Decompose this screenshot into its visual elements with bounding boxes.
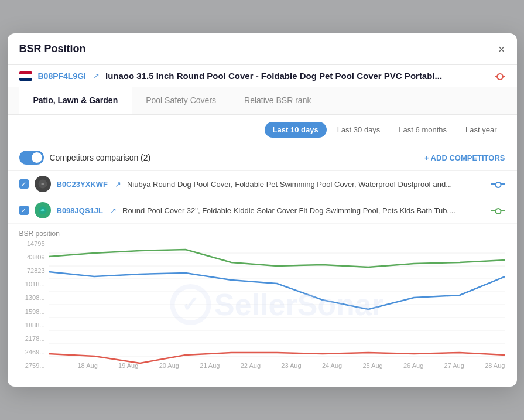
x-label-7: 24 Aug [322,362,342,369]
product-line-indicator [495,76,505,77]
product-title: Iunaoo 31.5 Inch Round Pool Cover - Fold… [105,71,489,81]
time-btn-6months[interactable]: Last 6 months [391,122,455,138]
competitor-1-link-icon[interactable]: ↗ [115,180,121,189]
competitor-2-link-icon[interactable]: ↗ [110,206,117,215]
y-label-2: 43809 [19,254,47,261]
y-label-8: 2178... [19,335,47,342]
y-label-6: 1598... [19,308,47,315]
competitor-row-2: B098JQS1JL ↗ Round Pool Cover 32", Folda… [8,197,517,224]
x-axis: 18 Aug 19 Aug 20 Aug 21 Aug 22 Aug 23 Au… [78,362,505,369]
competitors-toggle[interactable] [19,151,44,165]
x-label-11: 28 Aug [485,362,505,369]
time-btn-year[interactable]: Last year [457,122,505,138]
close-button[interactable]: × [498,43,505,55]
y-label-5: 1308... [19,294,47,301]
competitor-2-line [491,210,505,211]
x-label-9: 26 Aug [403,362,423,369]
tab-relative[interactable]: Relative BSR rank [230,87,325,114]
competitors-label: Competitors comparison (2) [50,153,151,162]
chart-plot: SellerSonar [49,240,505,369]
competitor-row-1: B0C23YXKWF ↗ Niubya Round Dog Pool Cover… [8,171,517,197]
competitor-1-asin[interactable]: B0C23YXKWF [57,180,108,189]
competitor-2-title: Round Pool Cover 32", Foldable Kiddie So… [122,206,485,215]
x-label-4: 21 Aug [200,362,220,369]
y-label-10: 2759... [19,362,47,369]
x-label-5: 22 Aug [241,362,261,369]
x-label-2: 19 Aug [118,362,138,369]
y-label-1: 14795 [19,240,47,247]
competitor-1-checkbox[interactable] [19,179,29,189]
y-label-7: 1888... [19,322,47,329]
time-btn-10days[interactable]: Last 10 days [265,122,327,138]
competitor-2-thumb [35,202,51,218]
modal: BSR Position × B08PF4L9GI ↗ Iunaoo 31.5 … [8,33,517,387]
y-label-9: 2469... [19,349,47,356]
competitor-1-thumb [35,176,51,192]
competitor-1-line [491,183,505,185]
competitor-1-title: Niubya Round Dog Pool Cover, Foldable Pe… [127,180,485,189]
y-axis: 14795 43809 72823 1018... 1308... 1598..… [19,240,47,369]
competitor-2-checkbox[interactable] [19,206,29,215]
time-filter-row: Last 10 days Last 30 days Last 6 months … [8,115,517,145]
product-asin[interactable]: B08PF4L9GI [38,71,86,81]
tab-pool[interactable]: Pool Safety Covers [132,87,230,114]
y-label-4: 1018... [19,281,47,288]
chart-svg [49,240,505,369]
bsr-label: BSR position [19,230,505,238]
x-label-6: 23 Aug [281,362,301,369]
competitors-row: Competitors comparison (2) + ADD COMPETI… [8,145,517,171]
modal-overlay: BSR Position × B08PF4L9GI ↗ Iunaoo 31.5 … [0,0,524,420]
competitor-2-asin[interactable]: B098JQS1JL [57,206,104,215]
add-competitors-button[interactable]: + ADD COMPETITORS [424,153,505,162]
x-label-10: 27 Aug [444,362,464,369]
product-row: B08PF4L9GI ↗ Iunaoo 31.5 Inch Round Pool… [8,65,517,87]
y-label-3: 72823 [19,267,47,274]
chart-area: BSR position 14795 43809 72823 1018... 1… [8,224,517,387]
x-label-8: 25 Aug [362,362,382,369]
flag-icon [19,71,32,81]
category-tabs: Patio, Lawn & Garden Pool Safety Covers … [8,87,517,115]
x-label-1: 18 Aug [78,362,98,369]
time-btn-30days[interactable]: Last 30 days [329,122,389,138]
x-label-3: 20 Aug [159,362,179,369]
chart-container: 14795 43809 72823 1018... 1308... 1598..… [19,240,505,387]
tab-patio[interactable]: Patio, Lawn & Garden [19,87,132,114]
modal-header: BSR Position × [8,33,517,65]
modal-title: BSR Position [19,43,86,55]
product-line-dot [495,76,505,77]
external-link-icon[interactable]: ↗ [93,71,100,80]
